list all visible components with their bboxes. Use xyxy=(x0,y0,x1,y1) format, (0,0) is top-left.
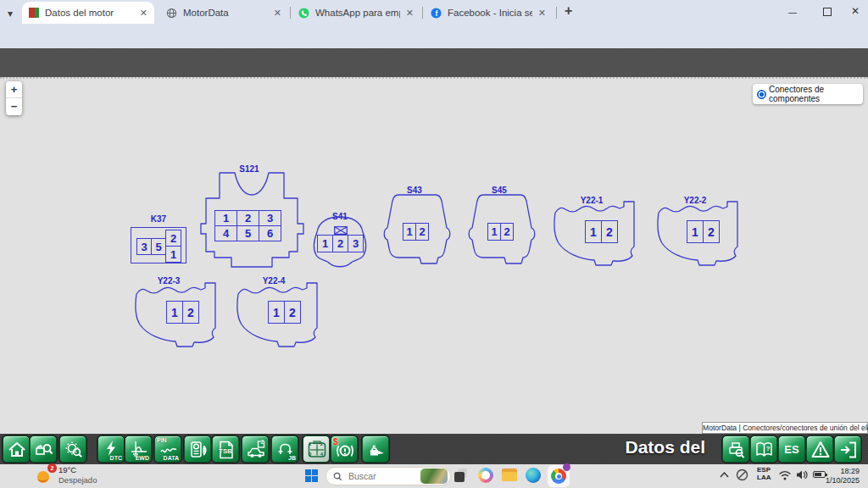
pin-cell[interactable]: 1 xyxy=(687,220,704,243)
pin-cell[interactable]: 2 xyxy=(703,220,720,243)
pin-cell[interactable]: 5 xyxy=(151,238,166,255)
pin-cell[interactable]: 6 xyxy=(259,225,281,241)
ewd-button[interactable]: EWD xyxy=(125,435,152,463)
chrome-profile-badge xyxy=(563,463,570,471)
pin-cell[interactable]: 2 xyxy=(182,301,199,324)
tab-datos-del-motor[interactable]: Datos del motor xyxy=(22,2,154,24)
oil-button[interactable] xyxy=(362,435,389,463)
tab-facebook[interactable]: f Facebook - Inicia sesión o regís xyxy=(424,2,553,24)
tray-time: 18:29 xyxy=(826,467,860,476)
pin-cell[interactable]: 1 xyxy=(403,223,416,241)
app-title: Datos del xyxy=(625,437,705,458)
pin-cell[interactable]: 1 xyxy=(165,246,181,263)
radio-selected-icon[interactable] xyxy=(757,90,766,99)
zoom-control: + − xyxy=(6,81,22,115)
close-tab-icon[interactable] xyxy=(140,8,147,18)
status-bar: MotorData | Conectores/conectores de uni… xyxy=(702,422,868,434)
dollar-badge: $ xyxy=(333,437,338,446)
connector-view-button[interactable]: 1 2 3 4 xyxy=(303,435,330,463)
tray-expand-icon[interactable] xyxy=(720,472,729,478)
car-service-button[interactable]: 2 xyxy=(242,435,269,463)
pin-cell[interactable]: 5 xyxy=(236,225,259,241)
svg-text:f: f xyxy=(436,8,438,17)
pin-cell[interactable]: 1 xyxy=(214,210,237,226)
pin-cell[interactable]: 2 xyxy=(165,230,181,247)
tab-whatsapp[interactable]: WhatsApp para empresas | Má xyxy=(292,2,420,24)
weather-temp: 19°C xyxy=(58,466,76,474)
pin-cell[interactable]: 3 xyxy=(348,235,364,252)
quiet-hours-icon[interactable] xyxy=(736,469,748,481)
tab-search-icon[interactable] xyxy=(8,5,13,20)
browser-tab-bar: Datos del motor MotorData WhatsApp para … xyxy=(0,0,868,24)
dtc-button[interactable]: DTC xyxy=(97,435,125,463)
weather-badge: 2 xyxy=(47,463,57,473)
unit-search-button[interactable] xyxy=(59,435,86,463)
volume-icon[interactable] xyxy=(796,469,808,480)
tray-clock[interactable]: 18:29 1/10/2025 xyxy=(826,467,860,485)
layer-toggle-label: Conectores de componentes xyxy=(769,85,859,103)
exit-button[interactable] xyxy=(834,435,861,463)
connector-label: K37 xyxy=(151,214,166,224)
search-input[interactable] xyxy=(347,470,408,482)
search-icon xyxy=(333,472,342,481)
tab-title: WhatsApp para empresas | Má xyxy=(315,8,400,18)
paid-functions-button[interactable]: $ xyxy=(331,435,358,463)
taskbar-search[interactable] xyxy=(326,467,451,485)
pin-cell[interactable]: 2 xyxy=(236,210,259,226)
tsb-button[interactable]: TSB xyxy=(212,435,239,463)
pin-cell[interactable]: 4 xyxy=(214,225,237,241)
edge-button[interactable] xyxy=(526,468,541,483)
pin-cell[interactable]: 2 xyxy=(415,223,429,241)
tray-language-line2: LAA xyxy=(757,474,771,482)
language-button[interactable]: ES xyxy=(778,435,805,463)
file-explorer-button[interactable] xyxy=(502,469,517,481)
grid-pin: 2 xyxy=(320,441,323,446)
multimeter-button[interactable] xyxy=(184,435,211,463)
grid-pin: 4 xyxy=(320,452,323,457)
home-button[interactable] xyxy=(3,435,30,463)
grid-pin: 3 xyxy=(309,452,311,457)
jb-label: JB xyxy=(288,455,296,461)
pin-cell[interactable]: 1 xyxy=(487,223,501,241)
pin-cell[interactable]: 1 xyxy=(585,220,602,243)
pin-cell[interactable]: 3 xyxy=(259,210,281,226)
tray-language[interactable]: ESP LAA xyxy=(757,467,771,481)
task-view-button[interactable] xyxy=(454,469,468,482)
copilot-button[interactable] xyxy=(478,468,493,483)
zoom-in-button[interactable]: + xyxy=(6,81,22,97)
whatsapp-icon xyxy=(298,8,309,19)
fuse-box-button[interactable]: JB xyxy=(271,435,298,463)
window-restore-button[interactable] xyxy=(823,8,832,16)
layer-toggle[interactable]: Conectores de componentes xyxy=(753,84,863,104)
close-tab-icon[interactable] xyxy=(538,8,546,18)
window-close-button[interactable] xyxy=(851,5,860,17)
pin-cell[interactable]: 2 xyxy=(601,220,618,243)
pin-cell[interactable]: 1 xyxy=(317,235,333,252)
wifi-icon[interactable] xyxy=(778,470,792,480)
tab-motordata[interactable]: MotorData xyxy=(159,2,288,24)
car-service-badge: 2 xyxy=(260,439,264,445)
pin-cell[interactable]: 2 xyxy=(332,235,348,252)
pin-data-button[interactable]: PIN DATA xyxy=(154,435,181,463)
new-tab-button[interactable] xyxy=(565,3,572,19)
pin-cell[interactable]: 2 xyxy=(500,223,514,241)
help-button[interactable]: ? xyxy=(750,435,777,463)
pin-cell[interactable]: 1 xyxy=(268,301,285,324)
close-tab-icon[interactable] xyxy=(274,8,281,18)
grid-pin: 1 xyxy=(309,441,311,446)
zoom-out-button[interactable]: − xyxy=(6,98,22,114)
facebook-icon: f xyxy=(431,8,442,19)
windows-start-button[interactable] xyxy=(305,469,318,482)
chrome-button-active[interactable] xyxy=(548,465,570,487)
tab-title: Facebook - Inicia sesión o regís xyxy=(448,8,532,18)
window-minimize-button[interactable] xyxy=(788,6,797,18)
close-tab-icon[interactable] xyxy=(406,8,414,18)
pin-cell[interactable]: 3 xyxy=(136,238,152,255)
pin-cell[interactable]: 2 xyxy=(284,301,301,324)
battery-icon[interactable] xyxy=(813,471,826,478)
engine-search-button[interactable] xyxy=(30,435,57,463)
disclaimer-button[interactable] xyxy=(806,435,833,463)
print-button[interactable] xyxy=(722,435,749,463)
search-highlight-image[interactable] xyxy=(420,469,448,484)
pin-cell[interactable]: 1 xyxy=(166,301,183,324)
